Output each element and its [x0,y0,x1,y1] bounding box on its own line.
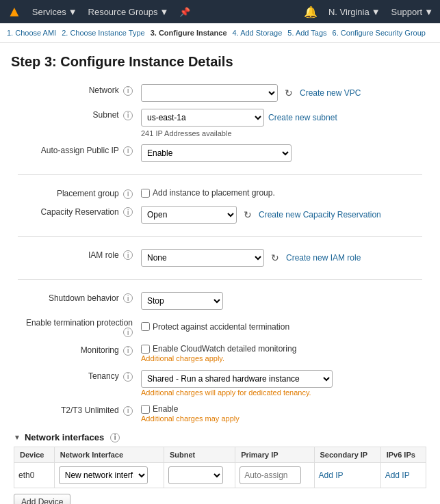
region-menu[interactable]: N. Virginia ▼ [328,7,380,17]
placement-group-info-icon[interactable]: i [123,189,133,199]
region-label: N. Virginia [328,7,370,17]
termination-checkbox-label[interactable]: Protect against accidental termination [141,322,422,332]
tenancy-select[interactable]: Shared - Run a shared hardware instance [141,370,333,388]
create-subnet-link[interactable]: Create new subnet [268,113,337,122]
ni-add-ipv6-link[interactable]: Add IP [385,470,410,480]
ni-header-secondary-ip: Secondary IP [314,447,380,463]
services-label: Services [32,7,66,17]
resource-groups-chevron-icon: ▼ [159,7,168,17]
step-3-active: 3. Configure Instance [151,29,227,37]
termination-label: Enable termination protection [26,318,133,328]
ni-header-interface: Network Interface [54,447,164,463]
termination-checkbox-text: Protect against accidental termination [153,322,289,332]
network-interfaces-info-icon[interactable]: i [110,433,120,442]
shutdown-info-icon[interactable]: i [123,293,133,303]
t2t3-checkbox[interactable] [141,405,150,414]
support-chevron-icon: ▼ [424,7,433,17]
placement-group-label: Placement group [57,189,119,198]
ni-subnet-select[interactable] [168,466,223,484]
iam-refresh-button[interactable]: ↻ [268,252,282,263]
step-5-link[interactable]: 5. Add Tags [287,29,326,37]
ni-device-cell: eth0 [14,463,55,488]
placement-group-checkbox[interactable] [141,189,150,198]
network-info-icon[interactable]: i [123,86,133,96]
t2t3-checkbox-text: Enable [153,404,178,414]
tenancy-charges-link[interactable]: Additional charges will apply for dedica… [141,388,311,397]
resource-groups-menu[interactable]: Resource Groups ▼ [88,7,169,17]
network-label: Network [89,85,119,95]
tenancy-info-icon[interactable]: i [123,372,133,382]
auto-assign-info-icon[interactable]: i [123,146,133,156]
ni-secondary-ip-cell: Add IP [314,463,380,488]
network-select[interactable] [141,84,278,102]
t2t3-info-icon[interactable]: i [123,406,133,416]
capacity-reservation-label: Capacity Reservation [41,207,119,217]
add-device-button[interactable]: Add Device [14,494,70,504]
create-iam-link[interactable]: Create new IAM role [286,253,361,263]
table-row: eth0 New network interfac [14,463,426,488]
network-interfaces-table: Device Network Interface Subnet Primary … [14,447,426,488]
pin-icon[interactable]: 📌 [179,7,190,17]
shutdown-label: Shutdown behavior [49,293,119,303]
capacity-reservation-select[interactable]: Open [141,206,237,224]
placement-group-checkbox-label[interactable]: Add instance to placement group. [141,188,422,198]
ni-header-primary-ip: Primary IP [235,447,314,463]
t2t3-charges-link[interactable]: Additional charges may apply [141,414,240,423]
ni-header-device: Device [14,447,55,463]
create-vpc-link[interactable]: Create new VPC [300,88,361,98]
monitoring-checkbox-text: Enable CloudWatch detailed monitoring [153,344,296,354]
placement-group-checkbox-text: Add instance to placement group. [153,188,275,198]
step-4-link[interactable]: 4. Add Storage [233,29,283,37]
page-title: Step 3: Configure Instance Details [11,54,429,70]
monitoring-checkbox-label[interactable]: Enable CloudWatch detailed monitoring [141,344,422,354]
monitoring-checkbox[interactable] [141,345,150,354]
bell-icon[interactable]: 🔔 [304,5,318,18]
step-6-link[interactable]: 6. Configure Security Group [333,29,426,37]
services-menu[interactable]: Services ▼ [32,7,77,17]
aws-logo: ▲ [7,3,21,21]
services-chevron-icon: ▼ [68,7,77,17]
ip-available-text: 241 IP Addresses available [141,129,422,137]
ni-ipv6-cell: Add IP [380,463,426,488]
ni-primary-ip-input[interactable] [240,466,301,484]
ni-header-ipv6: IPv6 IPs [380,447,426,463]
auto-assign-ip-select[interactable]: Enable [141,144,292,162]
termination-checkbox[interactable] [141,322,150,331]
monitoring-charges-link[interactable]: Additional charges apply. [141,354,224,362]
ni-primary-ip-cell [235,463,314,488]
support-menu[interactable]: Support ▼ [391,7,433,17]
monitoring-info-icon[interactable]: i [123,346,133,356]
subnet-select[interactable]: us-east-1a [141,109,264,127]
shutdown-select[interactable]: Stop [141,292,223,310]
t2t3-checkbox-label[interactable]: Enable [141,404,422,414]
iam-role-label: IAM role [88,250,119,260]
termination-info-icon[interactable]: i [123,328,133,337]
create-capacity-link[interactable]: Create new Capacity Reservation [259,210,381,220]
network-interfaces-triangle-icon: ▼ [14,434,21,441]
subnet-info-icon[interactable]: i [123,111,133,120]
t2t3-label: T2/T3 Unlimited [61,406,119,415]
network-interfaces-label: Network interfaces [25,432,104,442]
ni-interface-select[interactable]: New network interfac [59,466,148,484]
iam-info-icon[interactable]: i [123,250,133,260]
iam-role-select[interactable]: None [141,249,264,267]
support-label: Support [391,7,423,17]
ni-add-secondary-ip-link[interactable]: Add IP [319,470,344,480]
capacity-info-icon[interactable]: i [123,207,133,217]
network-refresh-button[interactable]: ↻ [282,88,296,98]
region-chevron-icon: ▼ [372,7,380,17]
step-1-link[interactable]: 1. Choose AMI [7,29,56,37]
ni-interface-cell: New network interfac [54,463,164,488]
network-interfaces-section-header[interactable]: ▼ Network interfaces i [14,427,426,447]
capacity-refresh-button[interactable]: ↻ [241,209,255,220]
top-navigation: ▲ Services ▼ Resource Groups ▼ 📌 🔔 N. Vi… [0,0,440,23]
ni-subnet-cell [164,463,235,488]
main-content: Step 3: Configure Instance Details Netwo… [0,43,440,504]
step-navigation: 1. Choose AMI 2. Choose Instance Type 3.… [0,23,440,43]
subnet-label: Subnet [93,110,119,120]
ni-header-subnet: Subnet [164,447,235,463]
resource-groups-label: Resource Groups [88,7,158,17]
step-2-link[interactable]: 2. Choose Instance Type [62,29,145,37]
monitoring-label: Monitoring [81,345,119,355]
config-form: Network i ↻ Create new VPC [14,81,426,427]
